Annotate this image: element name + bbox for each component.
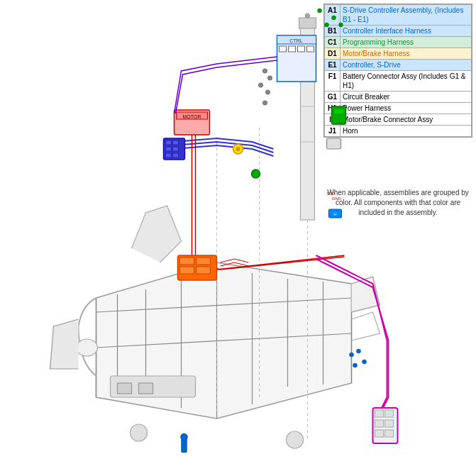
svg-point-17 — [287, 431, 304, 448]
svg-rect-31 — [298, 46, 305, 52]
blue-connector-left — [164, 138, 185, 160]
svg-rect-72 — [180, 267, 194, 274]
svg-point-65 — [362, 360, 367, 364]
svg-rect-42 — [173, 147, 179, 151]
svg-rect-39 — [166, 140, 172, 145]
svg-point-55 — [263, 101, 267, 105]
motor-brake-controller: MOTOR — [175, 110, 210, 135]
svg-rect-44 — [173, 153, 179, 157]
horn-connector: H — [329, 209, 342, 218]
svg-rect-71 — [197, 258, 211, 265]
misc-fasteners — [259, 69, 272, 105]
svg-rect-29 — [279, 46, 287, 52]
svg-rect-14 — [118, 383, 132, 394]
controller-assembly: CTRL — [277, 35, 316, 82]
svg-rect-43 — [166, 153, 172, 157]
wire-label-2: GND — [332, 197, 342, 201]
green-connector — [252, 170, 260, 178]
svg-rect-19 — [299, 18, 316, 28]
svg-rect-41 — [166, 147, 172, 151]
svg-rect-62 — [385, 430, 394, 437]
svg-point-53 — [259, 83, 263, 87]
svg-rect-75 — [334, 109, 344, 114]
svg-rect-58 — [385, 410, 394, 417]
battery-connector — [178, 255, 217, 280]
svg-point-49 — [236, 147, 240, 151]
svg-point-37 — [318, 9, 322, 13]
svg-rect-60 — [385, 420, 394, 427]
svg-rect-30 — [289, 46, 296, 52]
svg-rect-57 — [375, 410, 384, 417]
svg-rect-70 — [180, 258, 194, 265]
blue-bolt-bottom — [181, 433, 188, 453]
yellow-connector — [233, 144, 243, 154]
svg-point-52 — [268, 76, 272, 80]
svg-point-20 — [306, 13, 310, 18]
svg-point-66 — [353, 363, 358, 367]
programming-connector — [332, 106, 346, 124]
svg-point-16 — [131, 424, 148, 441]
circuit-breaker — [327, 138, 341, 149]
svg-point-50 — [252, 170, 260, 178]
svg-rect-61 — [375, 430, 384, 437]
svg-rect-73 — [197, 267, 211, 274]
svg-point-64 — [357, 349, 361, 353]
svg-rect-15 — [139, 383, 153, 394]
svg-point-35 — [332, 16, 336, 20]
svg-point-68 — [181, 433, 188, 441]
wiring-diagram: CTRL MOTOR — [0, 0, 476, 476]
diagram-area: A1 S-Drive Controller Assembly, (Include… — [0, 0, 476, 476]
bottom-connector-assembly — [373, 408, 398, 443]
svg-text:MOTOR: MOTOR — [183, 114, 201, 119]
wire-label-1: STP — [327, 192, 336, 196]
controller-interface-harness — [175, 138, 274, 156]
svg-point-36 — [339, 23, 343, 27]
svg-point-63 — [350, 353, 354, 357]
svg-point-54 — [266, 90, 270, 94]
svg-point-12 — [77, 339, 98, 356]
svg-rect-78 — [327, 138, 341, 149]
svg-point-51 — [263, 69, 267, 73]
svg-rect-59 — [375, 420, 384, 427]
svg-rect-40 — [173, 140, 179, 145]
fasteners-top — [318, 9, 343, 27]
svg-text:H: H — [333, 212, 336, 216]
svg-point-34 — [325, 23, 329, 27]
chassis-frame — [50, 206, 380, 448]
svg-text:CTRL: CTRL — [289, 38, 302, 43]
svg-rect-32 — [307, 46, 314, 52]
